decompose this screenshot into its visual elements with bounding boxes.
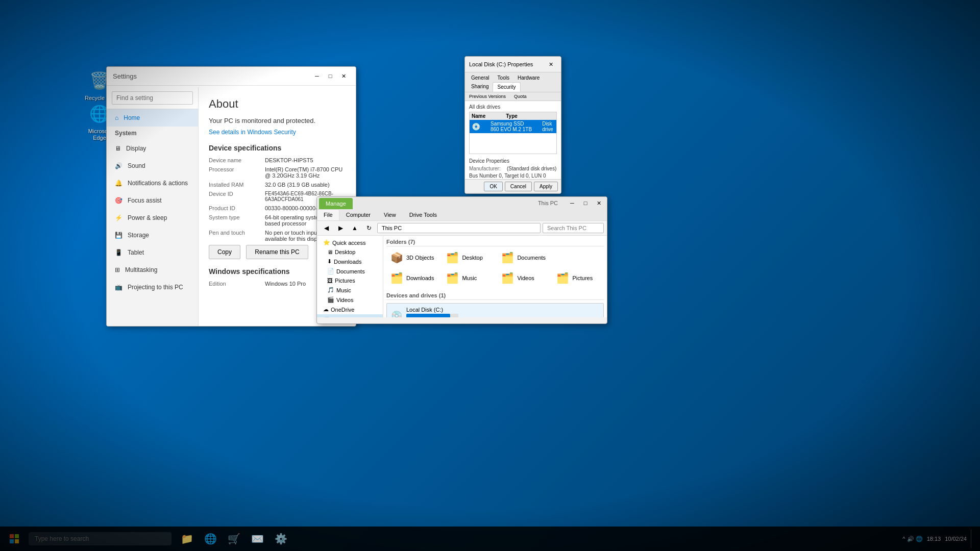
focus-icon: 🎯 — [115, 197, 122, 204]
sidebar-item-display[interactable]: 🖥 Display — [107, 140, 198, 157]
folder-downloads[interactable]: 🗂️ Downloads — [386, 270, 438, 286]
properties-tabs: General Tools Hardware Sharing Security — [465, 72, 561, 92]
folders-title: Folders (7) — [386, 239, 604, 246]
explorer-maximize-button[interactable]: □ — [579, 198, 592, 208]
folder-pictures[interactable]: 🗂️ Pictures — [552, 270, 603, 286]
ribbon-tab-manage[interactable]: Manage — [319, 198, 353, 209]
start-button[interactable] — [2, 527, 27, 551]
folder-desktop[interactable]: 🗂️ Desktop — [442, 249, 493, 266]
drives-title: Devices and drives (1) — [386, 292, 604, 300]
settings-minimize-button[interactable]: ─ — [311, 71, 323, 81]
sidebar-quick-access[interactable]: ⭐ Quick access — [317, 238, 383, 247]
videos-icon: 🎬 — [327, 296, 334, 303]
sidebar-this-pc[interactable]: 💻 This PC — [317, 314, 383, 317]
sidebar-item-power[interactable]: ⚡ Power & sleep — [107, 209, 198, 227]
svg-rect-2 — [10, 539, 14, 543]
explorer-window-controls: ─ □ ✕ — [566, 198, 605, 209]
sidebar-item-focus[interactable]: 🎯 Focus assist — [107, 192, 198, 209]
sidebar-desktop[interactable]: 🖥 Desktop — [317, 247, 383, 257]
sidebar-item-sound[interactable]: 🔊 Sound — [107, 157, 198, 174]
music-icon: 🎵 — [327, 287, 334, 293]
all-disk-drives-label: All disk drives — [469, 104, 557, 110]
explorer-sidebar: ⭐ Quick access 🖥 Desktop ⬇ Downloads 📄 D… — [317, 236, 383, 317]
taskbar-edge[interactable]: 🌐 — [199, 528, 222, 550]
notifications-icon: 🔔 — [115, 180, 122, 187]
taskbar-time: 18:13 — [927, 536, 941, 542]
sidebar-videos[interactable]: 🎬 Videos — [317, 295, 383, 305]
copy-button[interactable]: Copy — [209, 245, 240, 259]
properties-window: Local Disk (C:) Properties ✕ General Too… — [464, 56, 561, 194]
svg-rect-0 — [10, 534, 14, 538]
svg-rect-1 — [15, 534, 19, 538]
explorer-close-button[interactable]: ✕ — [593, 198, 605, 208]
props-tab-general[interactable]: General — [467, 73, 494, 82]
sidebar-pictures[interactable]: 🖼 Pictures — [317, 276, 383, 285]
props-tab-tools[interactable]: Tools — [494, 73, 513, 82]
settings-titlebar: Settings ─ □ ✕ — [107, 67, 356, 86]
folder-3d-objects[interactable]: 📦 3D Objects — [386, 249, 438, 266]
drive-label: Local Disk (C:) — [406, 307, 458, 313]
drive-progress-fill — [406, 314, 450, 317]
forward-button[interactable]: ▶ — [334, 222, 347, 234]
spec-device-name: Device name DESKTOP-HIPST5 — [209, 157, 346, 163]
sidebar-item-projecting[interactable]: 📺 Projecting to this PC — [107, 279, 198, 296]
properties-apply-button[interactable]: Apply — [534, 182, 558, 191]
props-tab-quota[interactable]: Quota — [510, 92, 531, 101]
sidebar-onedrive[interactable]: ☁ OneDrive — [317, 305, 383, 314]
folder-documents[interactable]: 🗂️ Documents — [497, 249, 550, 266]
sidebar-item-home[interactable]: ⌂ Home — [107, 109, 198, 127]
sidebar-documents[interactable]: 📄 Documents — [317, 266, 383, 276]
storage-icon: 💾 — [115, 232, 122, 239]
props-tab-sharing[interactable]: Sharing — [467, 82, 493, 92]
folder-desktop-icon: 🗂️ — [446, 252, 459, 264]
explorer-ribbon: Manage This PC ─ □ ✕ File Computer View … — [317, 197, 607, 221]
rename-pc-button[interactable]: Rename this PC — [246, 245, 308, 259]
documents-icon: 📄 — [327, 268, 334, 274]
taskbar-file-explorer[interactable]: 📁 — [176, 528, 198, 550]
refresh-button[interactable]: ↻ — [363, 222, 375, 234]
props-tab-hardware[interactable]: Hardware — [513, 73, 544, 82]
explorer-body: ⭐ Quick access 🖥 Desktop ⬇ Downloads 📄 D… — [317, 236, 607, 317]
settings-close-button[interactable]: ✕ — [337, 71, 350, 81]
show-desktop-button[interactable] — [971, 530, 974, 548]
folder-pictures-icon: 🗂️ — [556, 272, 569, 284]
ribbon-tab-file[interactable]: File — [317, 209, 339, 220]
settings-maximize-button[interactable]: □ — [324, 71, 336, 81]
drive-local-disk[interactable]: 💿 Local Disk (C:) 856 GB free of 930 GB — [386, 303, 604, 317]
address-bar[interactable] — [377, 223, 541, 233]
back-button[interactable]: ◀ — [320, 222, 332, 234]
taskbar-store[interactable]: 🛒 — [223, 528, 245, 550]
spec-processor: Processor Intel(R) Core(TM) i7-8700 CPU … — [209, 166, 346, 179]
folder-music[interactable]: 🗂️ Music — [442, 270, 493, 286]
explorer-minimize-button[interactable]: ─ — [566, 198, 578, 208]
sidebar-item-tablet[interactable]: 📱 Tablet — [107, 244, 198, 261]
up-button[interactable]: ▲ — [349, 222, 361, 234]
search-bar[interactable] — [543, 223, 604, 233]
sidebar-music[interactable]: 🎵 Music — [317, 285, 383, 295]
security-link[interactable]: See details in Windows Security — [209, 129, 296, 136]
sidebar-downloads[interactable]: ⬇ Downloads — [317, 257, 383, 266]
ribbon-tab-view[interactable]: View — [377, 209, 403, 220]
disk-list-item[interactable]: 💿 Samsung SSD 860 EVO M.2 1TB Disk drive — [470, 120, 556, 133]
props-tab-security[interactable]: Security — [493, 82, 520, 92]
sound-icon: 🔊 — [115, 162, 122, 169]
settings-search-input[interactable] — [112, 91, 193, 105]
sidebar-item-multitasking[interactable]: ⊞ Multitasking — [107, 261, 198, 279]
props-tab-previous-versions[interactable]: Previous Versions — [465, 92, 510, 101]
taskbar-mail[interactable]: ✉️ — [246, 528, 268, 550]
ribbon-tab-computer[interactable]: Computer — [339, 209, 377, 220]
sidebar-item-notifications[interactable]: 🔔 Notifications & actions — [107, 174, 198, 192]
properties-cancel-button[interactable]: Cancel — [505, 182, 532, 191]
device-specs-title: Device specifications — [209, 144, 346, 152]
sidebar-item-storage[interactable]: 💾 Storage — [107, 227, 198, 244]
properties-close-button[interactable]: ✕ — [545, 59, 557, 69]
ribbon-tab-drive-tools[interactable]: Drive Tools — [403, 209, 444, 220]
taskbar-search-input[interactable] — [29, 532, 172, 545]
folder-videos[interactable]: 🗂️ Videos — [497, 270, 548, 286]
folder-videos-icon: 🗂️ — [501, 272, 514, 284]
disk-list: Name Type 💿 Samsung SSD 860 EVO M.2 1TB … — [469, 112, 557, 154]
settings-search-area — [107, 87, 198, 109]
properties-title: Local Disk (C:) Properties — [469, 61, 545, 67]
taskbar-settings[interactable]: ⚙️ — [270, 528, 292, 550]
properties-ok-button[interactable]: OK — [484, 182, 502, 191]
